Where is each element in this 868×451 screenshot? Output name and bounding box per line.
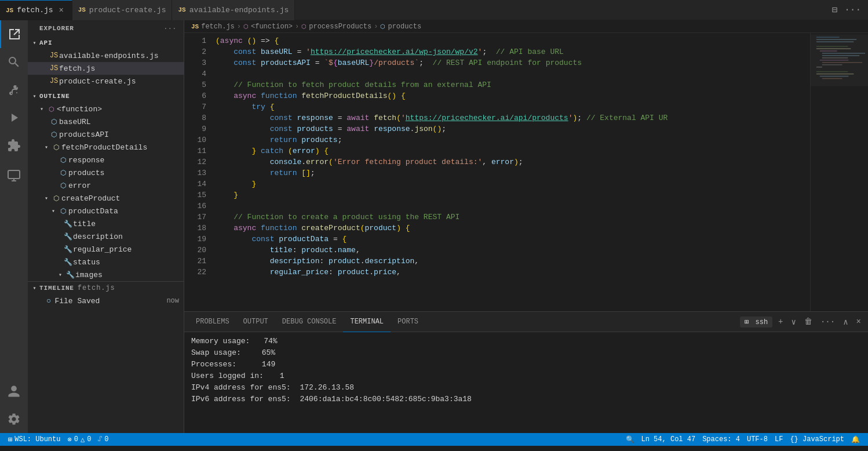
tab-output[interactable]: OUTPUT [236,312,275,332]
outline-function-group[interactable]: ▾ ⬡ <function> [28,103,184,115]
status-info[interactable]: ⑀ 0 [94,433,112,446]
maximize-panel-icon[interactable]: ∧ [841,316,850,328]
terminal-content[interactable]: Memory usage: 74% Swap usage: 65% Proces… [184,332,868,433]
sidebar: EXPLORER ··· ▾ API ▾ JS available-endpoi… [28,20,184,433]
status-right: 🔍 Ln 54, Col 47 Spaces: 4 UTF-8 LF {} Ja… [622,433,863,446]
outline-error[interactable]: ⬡ error [28,179,184,192]
add-terminal-icon[interactable]: + [776,316,785,328]
activity-item-remote[interactable] [0,162,28,190]
status-errors[interactable]: ⊗ 0 △ 0 [64,433,94,446]
status-spaces[interactable]: Spaces: 4 [699,433,743,446]
line-numbers: 12345 678910 1112131415 1617181920 2122 [184,33,213,311]
terminal-session-label[interactable]: ⊞ ssh [740,317,772,328]
terminal-line-users: Users logged in: 1 [191,370,861,382]
fetch-label: fetch.js [59,64,95,73]
outline-productsapi[interactable]: ⬡ productsAPI [28,128,184,141]
tab-icon-fetch: JS [6,7,13,14]
language-label: {} JavaScript [790,435,844,443]
outline-description[interactable]: 🔧 description [28,230,184,243]
tab-problems[interactable]: PROBLEMS [189,312,236,332]
outline-response[interactable]: ⬡ response [28,154,184,166]
outline-title[interactable]: 🔧 title [28,217,184,230]
outline-regular-price[interactable]: 🔧 regular_price [28,243,184,256]
svg-rect-0 [8,170,20,179]
status-notifications[interactable]: 🔔 [848,433,863,446]
activity-item-source-control[interactable] [0,76,28,104]
outline-productdata[interactable]: ▾ ⬡ productData [28,205,184,217]
delete-terminal-icon[interactable]: 🗑 [802,316,815,328]
sidebar-header-actions[interactable]: ··· [164,25,177,32]
remote-icon: ⊞ [8,435,12,444]
close-panel-icon[interactable]: × [854,316,863,328]
api-section-label: API [39,39,52,46]
breadcrumb-fetch[interactable]: fetch.js [201,23,235,31]
status-bar: ⊞ WSL: Ubuntu ⊗ 0 △ 0 ⑀ 0 🔍 Ln 54, Col 4… [0,433,868,446]
tab-debug-console[interactable]: DEBUG CONSOLE [275,312,344,332]
code-editor[interactable]: (async () => { const baseURL = 'https://… [213,33,810,311]
panel: PROBLEMS OUTPUT DEBUG CONSOLE TERMINAL P [184,311,868,433]
breadcrumb-products[interactable]: products [388,23,421,31]
images-icon: 🔧 [65,271,75,279]
outline-products[interactable]: ⬡ products [28,166,184,179]
more-panel-actions-icon[interactable]: ··· [818,316,837,328]
eol-label: LF [775,435,783,443]
status-eol[interactable]: LF [771,433,786,446]
breadcrumb-processproducts[interactable]: processProducts [309,23,371,31]
status-encoding[interactable]: UTF-8 [743,433,771,446]
activity-item-settings[interactable] [0,405,28,433]
activity-item-explorer[interactable] [0,20,28,48]
info-count: 0 [104,435,108,443]
status-left: ⊞ WSL: Ubuntu ⊗ 0 △ 0 ⑀ 0 [5,433,112,446]
images-chevron: ▾ [56,271,65,278]
tab-fetch[interactable]: JS fetch.js × [0,0,72,20]
outline-chevron-icon: ▾ [30,93,39,100]
remote-label: WSL: Ubuntu [14,435,60,443]
panel-chevron-down-icon[interactable]: ∨ [789,316,798,328]
split-editor-icon[interactable]: ⊟ [830,3,840,17]
activity-item-accounts[interactable] [0,377,28,405]
outline-status[interactable]: 🔧 status [28,256,184,268]
outline-createproduct[interactable]: ▾ ⬡ createProduct [28,192,184,205]
breadcrumb-sep1: › [237,23,241,31]
activity-item-run[interactable] [0,104,28,132]
editor-main: 12345 678910 1112131415 1617181920 2122 … [184,33,868,311]
tab-close-fetch[interactable]: × [57,6,66,15]
activity-item-extensions[interactable] [0,132,28,159]
sidebar-item-fetch[interactable]: ▾ JS fetch.js [28,62,184,75]
breadcrumb-function[interactable]: <function> [251,23,293,31]
status-language[interactable]: {} JavaScript [786,433,848,446]
file-saved-label: File Saved [54,297,163,305]
tab-ports[interactable]: PORTS [391,312,425,332]
ipv6-value: 2406:da1a:bc4:8c00:5482:685c:9ba3:3a18 [300,395,471,403]
status-zoom[interactable]: 🔍 [622,433,638,446]
zoom-icon: 🔍 [626,435,634,444]
outline-baseurl[interactable]: ⬡ baseURL [28,115,184,128]
error-icon: ⬡ [58,181,68,190]
response-label: response [68,156,104,165]
tab-product-create[interactable]: JS product-create.js [72,0,173,20]
sidebar-item-available-endpoints[interactable]: ▾ JS available-endpoints.js [28,49,184,62]
more-icon[interactable]: ··· [164,25,177,32]
status-remote[interactable]: ⊞ WSL: Ubuntu [5,433,64,446]
timeline-header[interactable]: ▾ TIMELINE fetch.js [28,282,184,294]
ipv4-value: 172.26.13.58 [300,383,354,392]
activity-item-search[interactable] [0,48,28,76]
productsapi-icon: ⬡ [49,130,59,139]
regular-price-icon: 🔧 [63,245,73,254]
outline-fetchproductdetails[interactable]: ▾ ⬡ fetchProductDetails [28,141,184,154]
outline-section-header[interactable]: ▾ OUTLINE [28,90,184,103]
api-section-header[interactable]: ▾ API [28,37,184,49]
sidebar-tree: ▾ API ▾ JS available-endpoints.js ▾ JS f… [28,37,184,433]
tab-terminal-label: TERMINAL [350,318,384,326]
breadcrumb-sep3: › [374,23,378,31]
tab-available-endpoints[interactable]: JS available-endpoints.js [172,0,295,20]
memory-value: 74% [264,337,277,345]
position-label: Ln 54, Col 47 [641,435,696,443]
memory-label: Memory usage: [191,337,250,345]
more-actions-icon[interactable]: ··· [842,3,863,16]
tab-terminal[interactable]: TERMINAL [343,312,391,332]
outline-images[interactable]: ▾ 🔧 images [28,268,184,281]
status-position[interactable]: Ln 54, Col 47 [638,433,699,446]
sidebar-item-product-create[interactable]: ▾ JS product-create.js [28,75,184,88]
tab-label-product-create: product-create.js [89,6,166,14]
